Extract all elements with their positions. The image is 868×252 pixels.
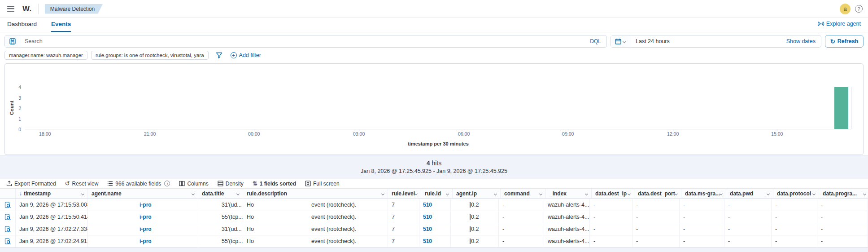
- filter-icon[interactable]: [216, 52, 222, 58]
- header-cell-data.pwd[interactable]: data.pwd: [726, 188, 773, 199]
- tab-dashboard[interactable]: Dashboard: [7, 21, 37, 31]
- chart-plot[interactable]: [25, 87, 851, 129]
- header-cell-data.protocol[interactable]: data.protocol: [773, 188, 819, 199]
- chevron-down-icon[interactable]: [494, 192, 497, 195]
- export-formatted-button[interactable]: Export Formatted: [6, 181, 56, 187]
- add-filter-button[interactable]: + Add filter: [231, 52, 261, 58]
- header-cell-agent.ip[interactable]: agent.ip: [453, 188, 501, 199]
- header-cell-timestamp[interactable]: ↓timestamp: [16, 188, 88, 199]
- menu-icon[interactable]: [4, 2, 18, 16]
- help-icon[interactable]: ?: [855, 5, 863, 13]
- description-end: event (rootcheck).: [311, 202, 356, 208]
- cell-data.pwd: -: [724, 223, 772, 235]
- explore-agent-link[interactable]: Explore agent: [818, 21, 861, 27]
- inspect-row-icon[interactable]: [0, 223, 16, 235]
- header-label: rule.id: [425, 190, 441, 197]
- chevron-down-icon[interactable]: [628, 192, 631, 195]
- x-tick-mark: [254, 129, 254, 131]
- time-range-value[interactable]: Last 24 hours: [630, 38, 781, 44]
- x-tick-label: 12:00: [659, 131, 686, 137]
- saved-query-icon[interactable]: [5, 35, 20, 47]
- refresh-button[interactable]: ↻ Refresh: [825, 35, 864, 48]
- header-cell-agent.name[interactable]: agent.name: [88, 188, 198, 199]
- filter-pill-rule-groups[interactable]: rule.groups: is one of rootcheck, virust…: [91, 51, 209, 60]
- full-screen-button[interactable]: Full screen: [305, 181, 340, 187]
- description-start: Ho: [247, 214, 254, 220]
- rule-id-link[interactable]: 510: [423, 202, 432, 208]
- explore-agent-label: Explore agent: [826, 21, 861, 27]
- header-label: agent.name: [92, 190, 122, 197]
- chevron-down-icon[interactable]: [539, 192, 542, 195]
- chevron-down-icon[interactable]: [863, 192, 866, 195]
- header-cell-rule.description[interactable]: rule.description: [243, 188, 388, 199]
- inspect-row-icon[interactable]: [0, 211, 16, 223]
- chevron-down-icon[interactable]: [585, 192, 588, 195]
- rule-id-link[interactable]: 510: [423, 238, 432, 244]
- chevron-down-icon[interactable]: [675, 192, 678, 195]
- agent-name-link[interactable]: i-pro: [92, 238, 152, 244]
- reset-view-button[interactable]: ↺ Reset view: [65, 181, 99, 187]
- info-icon[interactable]: i: [164, 181, 170, 186]
- header-cell-data.dest_port[interactable]: data.dest_port: [634, 188, 681, 199]
- header-cell-_index[interactable]: _index: [546, 188, 592, 199]
- header-cell-rule.id[interactable]: rule.id: [421, 188, 453, 199]
- inspect-row-icon[interactable]: [0, 235, 16, 248]
- chevron-down-icon[interactable]: [812, 192, 816, 195]
- available-fields-button[interactable]: 966 available fields i: [107, 181, 170, 187]
- chevron-down-icon[interactable]: [446, 192, 449, 195]
- columns-button[interactable]: Columns: [179, 181, 208, 187]
- cell-data.ms-gra...: -: [680, 223, 724, 235]
- cell-data.dest_port: -: [632, 199, 680, 211]
- tabs-row: Dashboard Events Explore agent: [0, 18, 868, 32]
- inspect-row-icon[interactable]: [0, 199, 16, 211]
- header-cell-data.title[interactable]: data.title: [198, 188, 243, 199]
- density-button[interactable]: Density: [218, 181, 244, 187]
- search-input[interactable]: [20, 38, 584, 44]
- cell-data.title: 55'(tcp...: [198, 211, 243, 223]
- wazuh-logo[interactable]: W.: [22, 4, 32, 13]
- app-badge[interactable]: Malware Detection: [45, 4, 103, 14]
- data-title-text: 55'(tcp...: [202, 238, 243, 244]
- rule-id-link[interactable]: 510: [423, 214, 432, 220]
- chevron-down-icon[interactable]: [81, 192, 84, 195]
- cell-data.dest_ip: -: [590, 223, 632, 235]
- filter-pill-manager-name[interactable]: manager.name: wazuh.manager: [4, 51, 87, 60]
- cell-data.dest_ip: -: [590, 211, 632, 223]
- x-tick-label: 00:00: [240, 131, 267, 137]
- avatar[interactable]: a: [840, 4, 851, 14]
- show-dates-link[interactable]: Show dates: [781, 38, 821, 44]
- fields-sorted-button[interactable]: ⇅ 1 fields sorted: [253, 181, 296, 187]
- events-histogram-panel: Count timestamp per 30 minutes 0123418:0…: [4, 63, 864, 155]
- header-label: timestamp: [24, 190, 51, 197]
- histogram-bar[interactable]: [834, 87, 848, 129]
- chevron-down-icon[interactable]: [767, 192, 770, 195]
- agent-name-link[interactable]: i-pro: [92, 202, 152, 208]
- cell-data.title: 55'(tcp...: [198, 235, 243, 248]
- header-cell-command[interactable]: command: [501, 188, 546, 199]
- query-language-button[interactable]: DQL: [584, 38, 606, 44]
- rule-id-link[interactable]: 510: [423, 226, 432, 232]
- export-icon: [6, 181, 12, 186]
- redacted-edge: [470, 239, 471, 244]
- x-tick-mark: [45, 129, 45, 131]
- tab-events[interactable]: Events: [51, 21, 71, 32]
- agent-name-link[interactable]: i-pro: [92, 214, 152, 220]
- header-cell-data.dest_ip[interactable]: data.dest_ip: [592, 188, 634, 199]
- header-cell-data.ms-gra...[interactable]: data.ms-gra...: [681, 188, 726, 199]
- chevron-down-icon[interactable]: [414, 192, 418, 195]
- cell-agent.name: i-pro: [88, 211, 198, 223]
- chevron-down-icon[interactable]: [381, 192, 384, 195]
- table-row: Jan 9, 2026 @ 17:15:53.008i-pro31'(ud...…: [0, 199, 868, 211]
- chevron-down-icon[interactable]: [236, 192, 240, 195]
- add-filter-label: Add filter: [239, 52, 261, 58]
- ip-value: 0.2: [471, 202, 479, 208]
- chevron-down-icon[interactable]: [720, 192, 723, 195]
- header-cell-data.progra...[interactable]: data.progra...: [819, 188, 868, 199]
- agent-name-link[interactable]: i-pro: [92, 226, 152, 232]
- chevron-down-icon[interactable]: [192, 192, 195, 195]
- header-cell-rule.level[interactable]: rule.level: [388, 188, 421, 199]
- x-tick-label: 18:00: [31, 131, 58, 137]
- table-header-row: ↓timestampagent.namedata.titlerule.descr…: [0, 188, 868, 199]
- calendar-icon[interactable]: [611, 35, 630, 47]
- cell-data.dest_port: -: [632, 211, 680, 223]
